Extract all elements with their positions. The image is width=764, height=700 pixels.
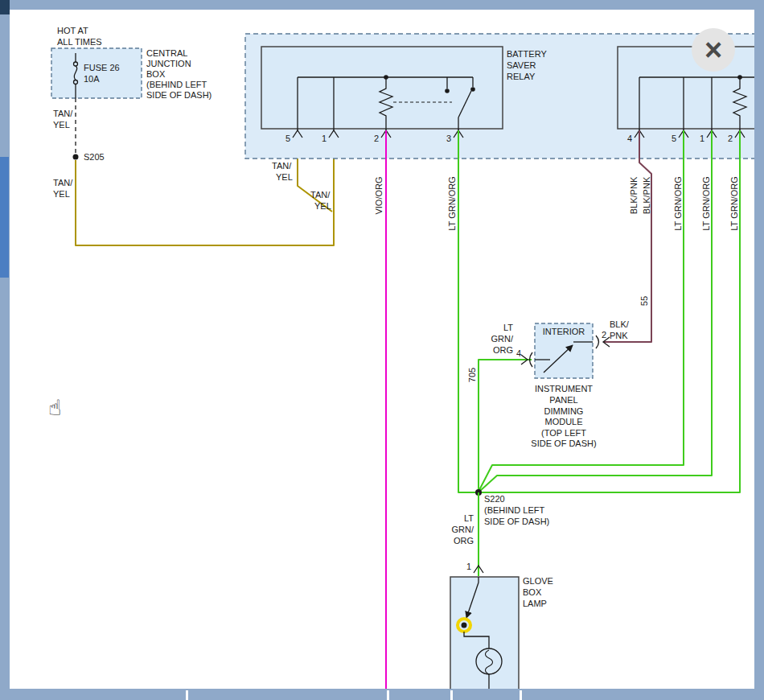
fuse-rating: 10A xyxy=(84,74,100,84)
wire-label-vio-org: VIO/ORG xyxy=(374,176,384,214)
pin-label: 2 xyxy=(602,330,606,340)
pin-label: 1 xyxy=(466,562,471,571)
circuit-705-label: 705 xyxy=(467,368,477,382)
module-caption: MODULE xyxy=(544,417,582,426)
frame-tick xyxy=(186,690,188,700)
splice-s220-label: S220 xyxy=(484,494,505,504)
hot-label: HOT AT xyxy=(57,26,88,35)
wire-label-blk-pnk: PNK xyxy=(610,331,628,340)
wire-label-tan-yel: YEL xyxy=(53,189,70,199)
wire-label-lt-grn-org: LT xyxy=(464,513,474,523)
glove-box-caption: LAMP xyxy=(523,599,547,608)
relay-contact-dot xyxy=(445,89,450,93)
glove-box-caption: GLOVE xyxy=(523,576,553,586)
wire-label-blk-pnk: BLK/PNK xyxy=(642,176,651,214)
close-icon[interactable]: × xyxy=(704,33,722,67)
module-name: INTERIOR xyxy=(543,327,585,336)
wiring-diagram-svg: HOT AT ALL TIMES FUSE 26 10A CENTRAL JUN… xyxy=(10,10,754,689)
relay-contact-dot xyxy=(470,87,475,92)
fuse-name: FUSE 26 xyxy=(84,63,120,72)
splice-s220-location: (BEHIND LEFT xyxy=(484,505,544,515)
pin-label: 5 xyxy=(285,134,290,143)
pin-label: 2 xyxy=(728,134,733,143)
frame-tick xyxy=(387,690,389,700)
wire-label-lt-grn-org: ORG xyxy=(454,536,474,546)
wire-label-tan-yel: YEL xyxy=(53,120,70,130)
relay-name: SAVER xyxy=(507,60,536,70)
circuit-55-label: 55 xyxy=(639,296,649,306)
wire-label-lt-grn-org: LT GRN/ORG xyxy=(447,176,457,230)
relay-name: RELAY xyxy=(507,72,536,81)
wire-blk-pnk xyxy=(603,130,651,342)
wire-label-lt-grn-org: ORG xyxy=(493,345,513,355)
wire-lt-grn-org-pin3 xyxy=(458,130,475,492)
frame-tick xyxy=(520,690,522,700)
module-caption: PANEL xyxy=(549,395,577,405)
pin-label: 5 xyxy=(672,134,676,143)
cjb-location: JUNCTION xyxy=(146,59,191,68)
wire-label-lt-grn-org: LT GRN/ORG xyxy=(701,176,711,230)
hot-label: ALL TIMES xyxy=(57,37,102,47)
wire-label-blk-pnk: BLK/PNK xyxy=(629,176,639,214)
cjb-location: BOX xyxy=(146,69,166,79)
wire-label-blk-pnk: BLK/ xyxy=(610,319,630,329)
vertical-scrollbar-thumb[interactable] xyxy=(0,157,9,278)
frame-tick xyxy=(450,690,453,700)
module-caption: INSTRUMENT xyxy=(535,384,593,393)
wire-label-tan-yel: TAN/ xyxy=(310,190,331,200)
cjb-location: CENTRAL xyxy=(146,48,187,58)
pin-label: 4 xyxy=(516,348,521,358)
splice-s220-location: SIDE OF DASH) xyxy=(484,517,549,526)
wire-label-tan-yel: YEL xyxy=(314,201,331,211)
cjb-location: (BEHIND LEFT xyxy=(146,80,207,89)
pin-label: 4 xyxy=(627,134,632,143)
splice-s205-label: S205 xyxy=(84,152,105,162)
window-corner xyxy=(0,0,10,14)
pin-label: 1 xyxy=(700,134,704,143)
glove-box-lamp-box xyxy=(450,577,519,689)
wire-label-tan-yel: TAN/ xyxy=(53,178,73,187)
close-button[interactable]: × xyxy=(692,28,735,72)
relay-name: BATTERY xyxy=(507,49,547,59)
diagram-canvas: HOT AT ALL TIMES FUSE 26 10A CENTRAL JUN… xyxy=(10,10,754,689)
wire-label-lt-grn-org: LT xyxy=(503,323,513,332)
wire-label-lt-grn-org: GRN/ xyxy=(491,334,514,344)
module-caption: (TOP LEFT xyxy=(541,428,586,438)
wire-label-lt-grn-org: GRN/ xyxy=(452,525,474,534)
pin-label: 3 xyxy=(446,134,451,143)
module-caption: DIMMING xyxy=(544,406,584,416)
junction-dot xyxy=(384,75,388,80)
pin-label: 2 xyxy=(374,134,379,143)
module-caption: SIDE OF DASH) xyxy=(531,439,596,448)
wire-lt-grn-org-705 xyxy=(479,360,532,490)
wire-label-lt-grn-org: LT GRN/ORG xyxy=(729,176,739,230)
cursor-hand-icon: ☝ xyxy=(48,395,61,420)
central-junction-box xyxy=(51,48,142,98)
wire-label-tan-yel: YEL xyxy=(276,172,293,182)
wire-label-lt-grn-org: LT GRN/ORG xyxy=(673,176,683,230)
wire-label-tan-yel: TAN/ xyxy=(53,109,73,118)
glove-box-caption: BOX xyxy=(523,587,542,597)
relay-right-connector-box xyxy=(618,47,754,129)
battery-saver-relay-section: BATTERY SAVER RELAY xyxy=(245,34,754,159)
connector-bracket-icon xyxy=(596,336,599,348)
wire-label-tan-yel: TAN/ xyxy=(272,161,292,171)
junction-dot xyxy=(737,75,742,80)
pin-label: 1 xyxy=(322,134,327,143)
lamp-switch-contact xyxy=(462,623,467,628)
splice-s205 xyxy=(73,154,79,160)
diagram-viewer-window: HOT AT ALL TIMES FUSE 26 10A CENTRAL JUN… xyxy=(0,0,764,700)
cjb-location: SIDE OF DASH) xyxy=(146,90,212,100)
